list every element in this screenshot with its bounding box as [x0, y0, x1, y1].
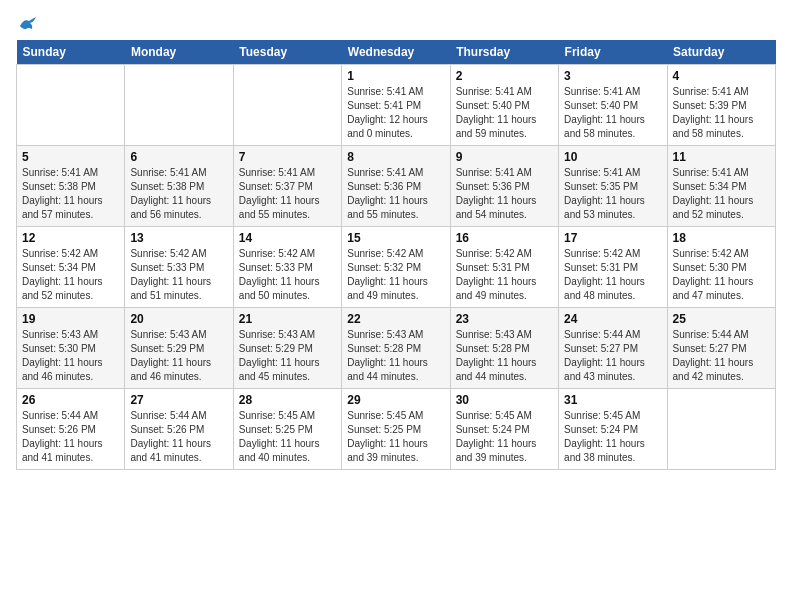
day-info: Sunrise: 5:42 AMSunset: 5:31 PMDaylight:… [456, 247, 553, 303]
calendar-header-wednesday: Wednesday [342, 40, 450, 65]
day-number: 6 [130, 150, 227, 164]
calendar-cell: 24Sunrise: 5:44 AMSunset: 5:27 PMDayligh… [559, 308, 667, 389]
day-number: 9 [456, 150, 553, 164]
calendar-cell: 8Sunrise: 5:41 AMSunset: 5:36 PMDaylight… [342, 146, 450, 227]
day-number: 11 [673, 150, 770, 164]
day-info: Sunrise: 5:42 AMSunset: 5:33 PMDaylight:… [239, 247, 336, 303]
day-number: 7 [239, 150, 336, 164]
day-number: 25 [673, 312, 770, 326]
day-info: Sunrise: 5:42 AMSunset: 5:33 PMDaylight:… [130, 247, 227, 303]
calendar-cell: 23Sunrise: 5:43 AMSunset: 5:28 PMDayligh… [450, 308, 558, 389]
day-info: Sunrise: 5:44 AMSunset: 5:27 PMDaylight:… [673, 328, 770, 384]
day-info: Sunrise: 5:43 AMSunset: 5:28 PMDaylight:… [347, 328, 444, 384]
calendar-cell: 11Sunrise: 5:41 AMSunset: 5:34 PMDayligh… [667, 146, 775, 227]
calendar-cell [667, 389, 775, 470]
day-number: 13 [130, 231, 227, 245]
day-number: 1 [347, 69, 444, 83]
day-info: Sunrise: 5:41 AMSunset: 5:39 PMDaylight:… [673, 85, 770, 141]
day-info: Sunrise: 5:44 AMSunset: 5:26 PMDaylight:… [22, 409, 119, 465]
calendar-cell: 17Sunrise: 5:42 AMSunset: 5:31 PMDayligh… [559, 227, 667, 308]
calendar-cell: 9Sunrise: 5:41 AMSunset: 5:36 PMDaylight… [450, 146, 558, 227]
calendar: SundayMondayTuesdayWednesdayThursdayFrid… [16, 40, 776, 470]
day-number: 16 [456, 231, 553, 245]
calendar-cell: 15Sunrise: 5:42 AMSunset: 5:32 PMDayligh… [342, 227, 450, 308]
day-number: 26 [22, 393, 119, 407]
day-info: Sunrise: 5:41 AMSunset: 5:41 PMDaylight:… [347, 85, 444, 141]
calendar-week-row: 1Sunrise: 5:41 AMSunset: 5:41 PMDaylight… [17, 65, 776, 146]
day-number: 20 [130, 312, 227, 326]
calendar-header-saturday: Saturday [667, 40, 775, 65]
header [16, 16, 776, 30]
day-number: 23 [456, 312, 553, 326]
logo [16, 16, 40, 30]
day-number: 27 [130, 393, 227, 407]
calendar-cell: 5Sunrise: 5:41 AMSunset: 5:38 PMDaylight… [17, 146, 125, 227]
day-info: Sunrise: 5:41 AMSunset: 5:34 PMDaylight:… [673, 166, 770, 222]
day-number: 5 [22, 150, 119, 164]
day-info: Sunrise: 5:45 AMSunset: 5:24 PMDaylight:… [564, 409, 661, 465]
day-info: Sunrise: 5:43 AMSunset: 5:29 PMDaylight:… [239, 328, 336, 384]
day-number: 14 [239, 231, 336, 245]
calendar-cell: 12Sunrise: 5:42 AMSunset: 5:34 PMDayligh… [17, 227, 125, 308]
calendar-cell: 19Sunrise: 5:43 AMSunset: 5:30 PMDayligh… [17, 308, 125, 389]
day-info: Sunrise: 5:41 AMSunset: 5:40 PMDaylight:… [456, 85, 553, 141]
calendar-cell: 26Sunrise: 5:44 AMSunset: 5:26 PMDayligh… [17, 389, 125, 470]
day-info: Sunrise: 5:44 AMSunset: 5:26 PMDaylight:… [130, 409, 227, 465]
calendar-cell: 28Sunrise: 5:45 AMSunset: 5:25 PMDayligh… [233, 389, 341, 470]
day-number: 3 [564, 69, 661, 83]
calendar-week-row: 5Sunrise: 5:41 AMSunset: 5:38 PMDaylight… [17, 146, 776, 227]
calendar-header-friday: Friday [559, 40, 667, 65]
calendar-cell: 1Sunrise: 5:41 AMSunset: 5:41 PMDaylight… [342, 65, 450, 146]
day-info: Sunrise: 5:41 AMSunset: 5:36 PMDaylight:… [347, 166, 444, 222]
day-number: 31 [564, 393, 661, 407]
calendar-header-thursday: Thursday [450, 40, 558, 65]
calendar-cell: 22Sunrise: 5:43 AMSunset: 5:28 PMDayligh… [342, 308, 450, 389]
calendar-header-row: SundayMondayTuesdayWednesdayThursdayFrid… [17, 40, 776, 65]
calendar-header-sunday: Sunday [17, 40, 125, 65]
day-number: 29 [347, 393, 444, 407]
day-number: 30 [456, 393, 553, 407]
day-info: Sunrise: 5:42 AMSunset: 5:34 PMDaylight:… [22, 247, 119, 303]
calendar-cell: 29Sunrise: 5:45 AMSunset: 5:25 PMDayligh… [342, 389, 450, 470]
calendar-cell [125, 65, 233, 146]
day-info: Sunrise: 5:42 AMSunset: 5:30 PMDaylight:… [673, 247, 770, 303]
calendar-cell: 20Sunrise: 5:43 AMSunset: 5:29 PMDayligh… [125, 308, 233, 389]
calendar-cell: 27Sunrise: 5:44 AMSunset: 5:26 PMDayligh… [125, 389, 233, 470]
day-info: Sunrise: 5:42 AMSunset: 5:31 PMDaylight:… [564, 247, 661, 303]
calendar-cell: 7Sunrise: 5:41 AMSunset: 5:37 PMDaylight… [233, 146, 341, 227]
calendar-cell: 18Sunrise: 5:42 AMSunset: 5:30 PMDayligh… [667, 227, 775, 308]
calendar-cell: 10Sunrise: 5:41 AMSunset: 5:35 PMDayligh… [559, 146, 667, 227]
calendar-cell [17, 65, 125, 146]
day-info: Sunrise: 5:41 AMSunset: 5:36 PMDaylight:… [456, 166, 553, 222]
calendar-cell: 31Sunrise: 5:45 AMSunset: 5:24 PMDayligh… [559, 389, 667, 470]
day-number: 8 [347, 150, 444, 164]
day-info: Sunrise: 5:41 AMSunset: 5:38 PMDaylight:… [130, 166, 227, 222]
day-number: 2 [456, 69, 553, 83]
calendar-cell: 13Sunrise: 5:42 AMSunset: 5:33 PMDayligh… [125, 227, 233, 308]
day-info: Sunrise: 5:45 AMSunset: 5:24 PMDaylight:… [456, 409, 553, 465]
day-info: Sunrise: 5:41 AMSunset: 5:37 PMDaylight:… [239, 166, 336, 222]
calendar-cell: 4Sunrise: 5:41 AMSunset: 5:39 PMDaylight… [667, 65, 775, 146]
day-info: Sunrise: 5:43 AMSunset: 5:28 PMDaylight:… [456, 328, 553, 384]
day-number: 15 [347, 231, 444, 245]
day-number: 22 [347, 312, 444, 326]
day-info: Sunrise: 5:42 AMSunset: 5:32 PMDaylight:… [347, 247, 444, 303]
calendar-week-row: 26Sunrise: 5:44 AMSunset: 5:26 PMDayligh… [17, 389, 776, 470]
calendar-header-monday: Monday [125, 40, 233, 65]
calendar-cell: 3Sunrise: 5:41 AMSunset: 5:40 PMDaylight… [559, 65, 667, 146]
day-number: 21 [239, 312, 336, 326]
calendar-cell: 6Sunrise: 5:41 AMSunset: 5:38 PMDaylight… [125, 146, 233, 227]
day-info: Sunrise: 5:45 AMSunset: 5:25 PMDaylight:… [347, 409, 444, 465]
day-number: 18 [673, 231, 770, 245]
calendar-week-row: 19Sunrise: 5:43 AMSunset: 5:30 PMDayligh… [17, 308, 776, 389]
day-number: 28 [239, 393, 336, 407]
calendar-cell: 2Sunrise: 5:41 AMSunset: 5:40 PMDaylight… [450, 65, 558, 146]
day-info: Sunrise: 5:41 AMSunset: 5:38 PMDaylight:… [22, 166, 119, 222]
day-info: Sunrise: 5:44 AMSunset: 5:27 PMDaylight:… [564, 328, 661, 384]
day-info: Sunrise: 5:41 AMSunset: 5:40 PMDaylight:… [564, 85, 661, 141]
day-info: Sunrise: 5:43 AMSunset: 5:29 PMDaylight:… [130, 328, 227, 384]
day-number: 17 [564, 231, 661, 245]
calendar-header-tuesday: Tuesday [233, 40, 341, 65]
day-number: 4 [673, 69, 770, 83]
day-info: Sunrise: 5:45 AMSunset: 5:25 PMDaylight:… [239, 409, 336, 465]
